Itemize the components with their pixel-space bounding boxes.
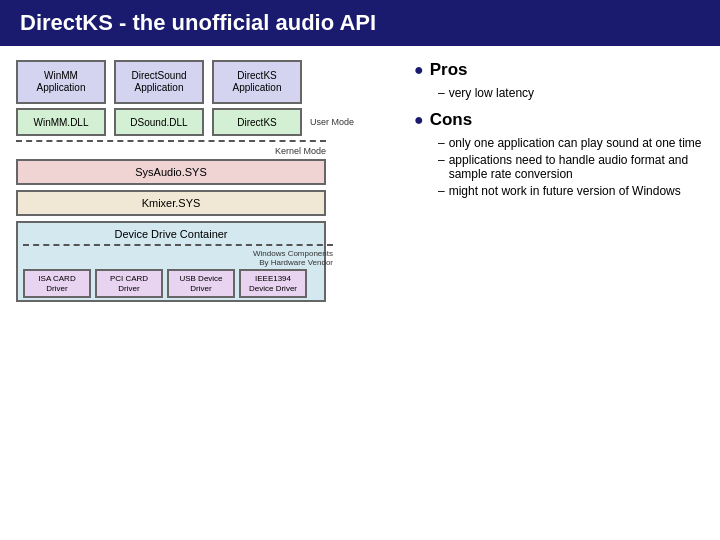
cons-list: only one application can play sound at o… bbox=[438, 136, 704, 198]
sysaudio-box: SysAudio.SYS bbox=[16, 159, 326, 185]
page-title: DirectKS - the unofficial audio API bbox=[20, 10, 376, 35]
pci-driver-box: PCI CARD Driver bbox=[95, 269, 163, 298]
pros-title: Pros bbox=[430, 60, 468, 80]
cons-header: ● Cons bbox=[414, 110, 704, 130]
pros-item-0: very low latency bbox=[438, 86, 704, 100]
app-row: WinMM Application DirectSound Applicatio… bbox=[16, 60, 396, 104]
pros-cons-area: ● Pros very low latency ● Cons only one … bbox=[406, 60, 704, 530]
cons-item-2: might not work in future version of Wind… bbox=[438, 184, 704, 198]
device-container: Device Drive Container Windows Component… bbox=[16, 221, 326, 302]
isa-driver-box: ISA CARD Driver bbox=[23, 269, 91, 298]
win-labels: Windows Components By Hardware Vendor bbox=[23, 249, 333, 267]
cons-item-1: applications need to handle audio format… bbox=[438, 153, 704, 181]
user-kernel-separator bbox=[16, 140, 326, 142]
title-bar: DirectKS - the unofficial audio API bbox=[0, 0, 720, 46]
win-components-separator bbox=[23, 244, 333, 246]
cons-title: Cons bbox=[430, 110, 473, 130]
winmm-dll-box: WinMM.DLL bbox=[16, 108, 106, 136]
device-container-title: Device Drive Container bbox=[23, 228, 319, 240]
directks-dll-box: DirectKS bbox=[212, 108, 302, 136]
diagram-area: WinMM Application DirectSound Applicatio… bbox=[16, 60, 396, 530]
cons-bullet: ● bbox=[414, 111, 424, 129]
cons-item-0: only one application can play sound at o… bbox=[438, 136, 704, 150]
driver-row: ISA CARD Driver PCI CARD Driver USB Devi… bbox=[23, 269, 319, 298]
ieee1394-driver-box: IEEE1394 Device Driver bbox=[239, 269, 307, 298]
kmixer-box: Kmixer.SYS bbox=[16, 190, 326, 216]
pros-list: very low latency bbox=[438, 86, 704, 100]
pros-header: ● Pros bbox=[414, 60, 704, 80]
winmm-app-box: WinMM Application bbox=[16, 60, 106, 104]
directks-app-box: DirectKS Application bbox=[212, 60, 302, 104]
kernel-mode-label: Kernel Mode bbox=[16, 146, 326, 156]
dsound-dll-box: DSound.DLL bbox=[114, 108, 204, 136]
dll-row: WinMM.DLL DSound.DLL DirectKS bbox=[16, 108, 302, 136]
directsound-app-box: DirectSound Application bbox=[114, 60, 204, 104]
usb-driver-box: USB Device Driver bbox=[167, 269, 235, 298]
pros-bullet: ● bbox=[414, 61, 424, 79]
user-mode-label: User Mode bbox=[310, 117, 354, 127]
